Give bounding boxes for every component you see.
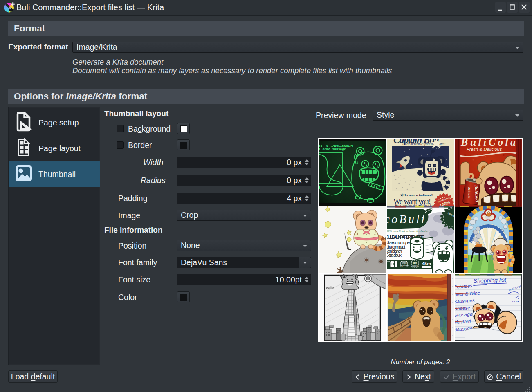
- svg-text:feuilles: feuilles: [412, 265, 418, 267]
- svg-text:Shopping list: Shopping list: [474, 276, 507, 284]
- svg-text:★Become a bulinaut!: ★Become a bulinaut!: [400, 193, 433, 197]
- svg-text:Fresh & Delicious: Fresh & Delicious: [467, 147, 502, 152]
- svg-text:450: 450: [413, 262, 417, 264]
- svg-text:45m: 45m: [422, 261, 431, 266]
- svg-text:& Sau: & Sau: [512, 300, 518, 303]
- svg-text:100% recyclé qui préserve la p: 100% recyclé qui préserve la planète !: [387, 229, 430, 233]
- svg-text:BuliCola: BuliCola: [467, 187, 471, 198]
- svg-text:Extra doux: Extra doux: [387, 253, 402, 258]
- svg-text:coBuli: coBuli: [387, 213, 424, 226]
- svg-text:épaisseur: épaisseur: [401, 264, 409, 267]
- svg-text:ll demo sausage: ll demo sausage: [319, 147, 346, 151]
- svg-text:Be a good model: Be a good model: [395, 204, 418, 206]
- svg-text:BuliCola: BuliCola: [474, 184, 480, 202]
- svg-text:simple: simple: [402, 262, 407, 264]
